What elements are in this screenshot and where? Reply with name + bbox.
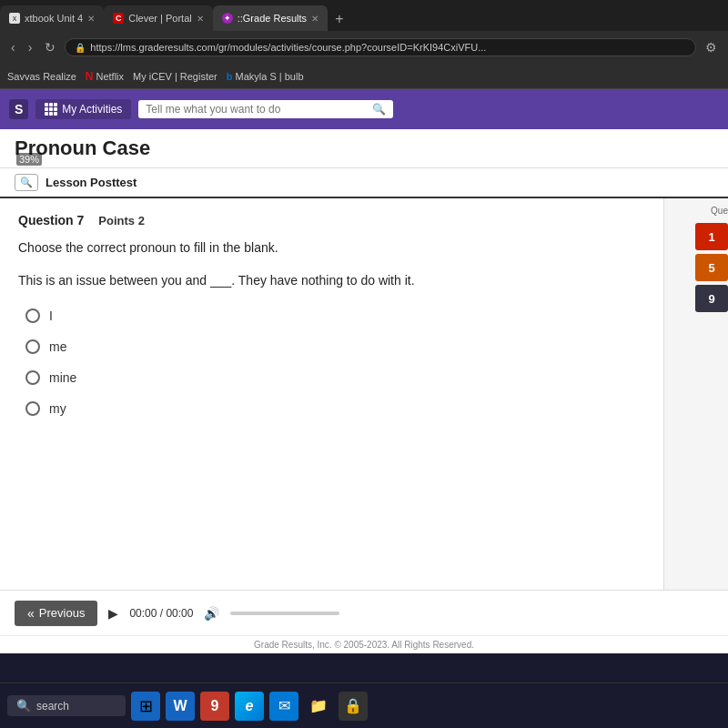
play-button[interactable]: ▶: [108, 606, 118, 621]
netflix-icon: N: [86, 70, 94, 83]
bookmarks-bar: Savvas Realize N Netflix My iCEV | Regis…: [0, 64, 728, 89]
answer-option-3[interactable]: mine: [25, 370, 645, 385]
taskbar-search-text: search: [36, 700, 69, 713]
side-num-1[interactable]: 1: [695, 223, 728, 250]
side-s-label: s: [9, 127, 18, 147]
my-activities-button[interactable]: My Activities: [35, 99, 131, 119]
taskbar-shield-icon[interactable]: 🔒: [339, 692, 368, 721]
browser-chrome: x xtbook Unit 4 ✕ C Clever | Portal ✕ ✦ …: [0, 0, 728, 89]
bookmark-makyla[interactable]: b Makyla S | bulb: [227, 71, 304, 82]
lock-icon: 🔒: [75, 43, 86, 53]
bulb-icon: b: [227, 71, 233, 82]
radio-1[interactable]: [25, 308, 40, 323]
footer-controls: « Previous ▶ 00:00 / 00:00 🔊: [0, 590, 728, 635]
tab-favicon-xtbook: x: [9, 13, 20, 24]
volume-icon[interactable]: 🔊: [204, 606, 219, 621]
bookmark-label-netflix: Netflix: [96, 71, 125, 82]
taskbar-mail-icon[interactable]: ✉: [269, 692, 298, 721]
answer-option-1[interactable]: I: [25, 308, 645, 323]
tab-label-grade: ::Grade Results: [238, 13, 307, 24]
settings-button[interactable]: ⚙: [702, 38, 721, 56]
taskbar-folder-icon[interactable]: 📁: [304, 692, 333, 721]
question-number: Question 7: [18, 213, 84, 228]
side-num-5[interactable]: 5: [695, 254, 728, 281]
question-text: This is an issue between you and ___. Th…: [18, 270, 645, 290]
copyright-text: Grade Results, Inc. © 2005-2023. All Rig…: [254, 640, 474, 650]
question-instruction: Choose the correct pronoun to fill in th…: [18, 238, 645, 258]
page-header: Pronoun Case: [0, 129, 728, 168]
tab-bar: x xtbook Unit 4 ✕ C Clever | Portal ✕ ✦ …: [0, 0, 728, 31]
tab-favicon-clever: C: [113, 13, 124, 24]
forward-button[interactable]: ›: [25, 38, 36, 56]
option-text-3: mine: [49, 370, 76, 385]
lesson-label: Lesson Posttest: [46, 176, 136, 189]
taskbar-explorer-icon[interactable]: ⊞: [131, 692, 160, 721]
address-bar[interactable]: 🔒 https://lms.graderesults.com/gr/module…: [65, 38, 696, 56]
bookmark-label-savvas: Savvas Realize: [7, 71, 76, 82]
tab-close-clever[interactable]: ✕: [197, 14, 204, 24]
time-display: 00:00 / 00:00: [129, 607, 193, 620]
taskbar-nine-icon[interactable]: 9: [200, 692, 229, 721]
que-label: Que: [711, 206, 728, 216]
radio-4[interactable]: [25, 401, 40, 416]
new-tab-button[interactable]: +: [328, 7, 350, 31]
tab-xtbook[interactable]: x xtbook Unit 4 ✕: [0, 5, 104, 31]
taskbar-search[interactable]: 🔍 search: [7, 695, 126, 716]
chevron-left-icon: «: [27, 606, 35, 621]
page-footer: Grade Results, Inc. © 2005-2023. All Rig…: [0, 635, 728, 653]
option-text-2: me: [49, 339, 66, 354]
taskbar-edge-icon[interactable]: e: [235, 692, 264, 721]
tab-close-xtbook[interactable]: ✕: [87, 14, 95, 24]
previous-button[interactable]: « Previous: [15, 601, 97, 626]
progress-percent-badge: 39%: [16, 153, 42, 166]
question-area: Question 7 Points 2 Choose the correct p…: [0, 198, 664, 590]
side-num-9[interactable]: 9: [695, 285, 728, 312]
tab-grade-results[interactable]: ✦ ::Grade Results ✕: [213, 5, 328, 31]
url-text: https://lms.graderesults.com/gr/modules/…: [90, 42, 486, 53]
search-icon: 🔍: [372, 103, 386, 116]
audio-progress-bar[interactable]: [230, 612, 339, 615]
toolbar-search-bar[interactable]: 🔍: [138, 100, 393, 118]
bookmark-icev[interactable]: My iCEV | Register: [133, 71, 217, 82]
answer-option-2[interactable]: me: [25, 339, 645, 354]
bookmark-label-icev: My iCEV | Register: [133, 71, 217, 82]
taskbar-search-icon: 🔍: [16, 699, 31, 713]
bookmark-label-makyla: Makyla S | bulb: [236, 71, 304, 82]
address-bar-row: ‹ › ↻ 🔒 https://lms.graderesults.com/gr/…: [0, 31, 728, 64]
option-text-1: I: [49, 308, 53, 323]
question-header: Question 7 Points 2: [18, 213, 645, 228]
tab-label-clever: Clever | Portal: [128, 13, 192, 24]
app-toolbar: S My Activities 🔍: [0, 89, 728, 129]
tab-clever[interactable]: C Clever | Portal ✕: [104, 5, 213, 31]
tab-close-grade[interactable]: ✕: [311, 14, 318, 24]
option-text-4: my: [49, 401, 66, 416]
radio-2[interactable]: [25, 339, 40, 354]
search-small-button[interactable]: 🔍: [15, 174, 38, 191]
answer-options: I me mine my: [25, 308, 645, 416]
back-button[interactable]: ‹: [7, 38, 19, 56]
answer-option-4[interactable]: my: [25, 401, 645, 416]
toolbar-search-input[interactable]: [146, 103, 368, 116]
bookmark-netflix[interactable]: N Netflix: [86, 70, 124, 83]
previous-label: Previous: [39, 606, 86, 620]
side-panel: Que 1 5 9: [664, 198, 728, 590]
tab-favicon-grade: ✦: [222, 13, 233, 24]
taskbar: 🔍 search ⊞ W 9 e ✉ 📁 🔒: [0, 682, 728, 728]
main-content: Question 7 Points 2 Choose the correct p…: [0, 198, 728, 590]
bookmark-savvas[interactable]: Savvas Realize: [7, 71, 76, 82]
app-logo: S: [9, 99, 28, 119]
my-activities-label: My Activities: [62, 103, 122, 116]
page-title: Pronoun Case: [15, 136, 713, 160]
activities-grid-icon: [45, 103, 57, 116]
radio-3[interactable]: [25, 370, 40, 385]
tab-label-xtbook: xtbook Unit 4: [25, 13, 83, 24]
points-badge: Points 2: [98, 214, 145, 228]
taskbar-word-icon[interactable]: W: [166, 692, 195, 721]
lesson-bar: 🔍 Lesson Posttest: [0, 168, 728, 198]
refresh-button[interactable]: ↻: [41, 38, 59, 56]
